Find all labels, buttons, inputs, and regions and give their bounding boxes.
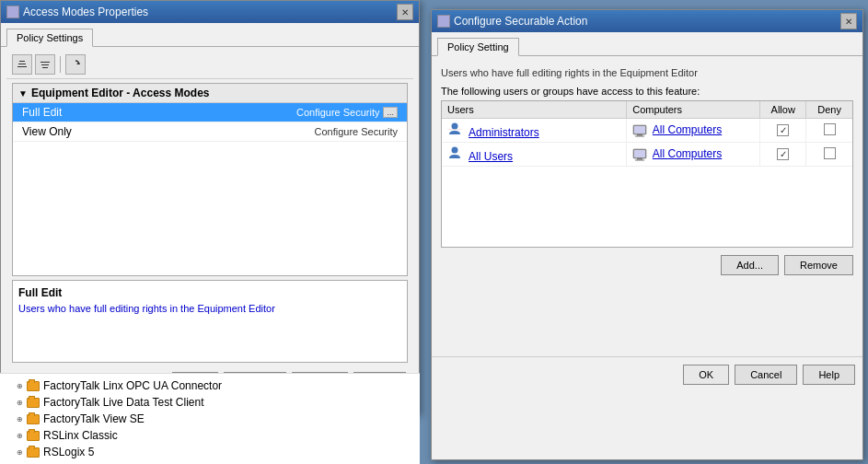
deny-checkbox-2[interactable]	[824, 147, 836, 159]
folder-icon-5	[27, 447, 40, 458]
close-button[interactable]: ✕	[397, 4, 413, 20]
svg-rect-5	[42, 67, 48, 68]
policy-setting-tab[interactable]: Policy Setting	[437, 38, 519, 56]
tree-item-full-edit[interactable]: Full Edit Configure Security ...	[13, 103, 407, 122]
user-icon-1	[447, 122, 466, 136]
computer-cell-1: All Computers	[627, 119, 760, 143]
allow-checkbox-2[interactable]: ✓	[777, 148, 789, 160]
access-modes-icon	[6, 6, 19, 18]
bg-tree-item-5: ⊕ RSLogix 5	[4, 444, 416, 460]
folder-icon-3	[27, 414, 40, 424]
access-modes-title: Access Modes Properties	[6, 6, 148, 18]
col-allow: Allow	[760, 101, 806, 119]
configure-securable-window: Configure Securable Action ✕ Policy Sett…	[431, 9, 863, 460]
svg-rect-11	[637, 134, 642, 136]
allow-checkbox-1[interactable]: ✓	[777, 124, 789, 136]
configure-close-button[interactable]: ✕	[840, 13, 857, 29]
configure-dots-button[interactable]: ...	[383, 107, 398, 118]
deny-cell-2[interactable]	[806, 143, 852, 167]
right-tab-bar: Policy Setting	[432, 32, 862, 55]
computer-icon-1	[632, 123, 653, 136]
bg-tree-item-1: ⊕ FactoryTalk Linx OPC UA Connector	[4, 377, 416, 394]
right-ok-button[interactable]: OK	[683, 365, 729, 385]
tree-item-view-only[interactable]: View Only Configure Security	[13, 122, 407, 142]
svg-rect-0	[17, 66, 27, 67]
allow-cell-1[interactable]: ✓	[760, 119, 806, 143]
policy-description: Users who have full editing rights in th…	[432, 62, 862, 82]
bg-tree-item-3: ⊕ FactoryTalk View SE	[4, 411, 416, 427]
computer-icon-2	[632, 147, 653, 160]
svg-rect-10	[634, 126, 645, 133]
remove-button[interactable]: Remove	[784, 255, 853, 275]
configure-icon	[437, 15, 450, 28]
configure-title-bar: Configure Securable Action ✕	[432, 10, 862, 32]
col-users: Users	[442, 101, 627, 119]
allow-cell-2[interactable]: ✓	[760, 143, 806, 167]
table-row: Administrators All C	[442, 119, 852, 143]
table-row: All Users All Comput	[442, 143, 852, 167]
description-box: Full Edit Users who have full editing ri…	[12, 280, 408, 363]
users-table: Users Computers Allow Deny	[442, 101, 852, 167]
svg-rect-1	[18, 64, 26, 64]
user-cell-2: All Users	[442, 143, 627, 167]
refresh-button[interactable]	[65, 54, 86, 75]
users-table-container: Users Computers Allow Deny	[441, 100, 853, 248]
add-button[interactable]: Add...	[721, 255, 779, 275]
configure-title: Configure Securable Action	[437, 15, 587, 28]
policy-tree: ▼ Equipment Editor - Access Modes Full E…	[12, 83, 408, 276]
background-tree: ⊕ FactoryTalk Linx OPC UA Connector ⊕ Fa…	[0, 373, 420, 464]
deny-checkbox-1[interactable]	[824, 123, 836, 135]
tree-group-header: ▼ Equipment Editor - Access Modes	[13, 84, 407, 103]
left-toolbar	[6, 51, 413, 79]
sort-down-button[interactable]	[35, 54, 55, 75]
svg-rect-12	[635, 135, 644, 136]
right-help-button[interactable]: Help	[803, 365, 855, 385]
col-deny: Deny	[806, 101, 852, 119]
access-modes-window: Access Modes Properties ✕ Policy Setting…	[0, 0, 420, 414]
svg-rect-3	[41, 62, 50, 63]
folder-icon	[27, 381, 40, 391]
col-computers: Computers	[627, 101, 760, 119]
svg-rect-17	[635, 159, 644, 160]
folder-icon-4	[27, 431, 40, 441]
left-tab-bar: Policy Settings	[1, 23, 419, 46]
deny-cell-1[interactable]	[806, 119, 852, 143]
right-button-row: OK Cancel Help	[432, 356, 862, 390]
user-cell-1: Administrators	[442, 119, 627, 143]
svg-rect-8	[447, 129, 462, 130]
svg-rect-15	[634, 150, 645, 157]
bg-tree-item-4: ⊕ RSLinx Classic	[4, 427, 416, 444]
sort-up-button[interactable]	[12, 54, 32, 75]
svg-rect-4	[41, 64, 49, 65]
svg-rect-2	[19, 61, 25, 62]
description-text: Users who have full editing rights in th…	[18, 303, 401, 314]
user-icon-2	[447, 145, 466, 160]
computer-cell-2: All Computers	[627, 143, 760, 167]
right-cancel-button[interactable]: Cancel	[735, 365, 797, 385]
bg-tree-item-2: ⊕ FactoryTalk Live Data Test Client	[4, 394, 416, 411]
description-title: Full Edit	[18, 286, 401, 299]
folder-icon-2	[27, 398, 40, 408]
svg-point-7	[452, 123, 458, 130]
svg-rect-16	[637, 158, 642, 160]
access-modes-title-bar: Access Modes Properties ✕	[1, 1, 419, 23]
svg-point-13	[452, 147, 458, 154]
section-label: The following users or groups have acces…	[432, 82, 862, 100]
add-remove-row: Add... Remove	[432, 248, 862, 283]
policy-settings-tab[interactable]: Policy Settings	[6, 29, 93, 47]
